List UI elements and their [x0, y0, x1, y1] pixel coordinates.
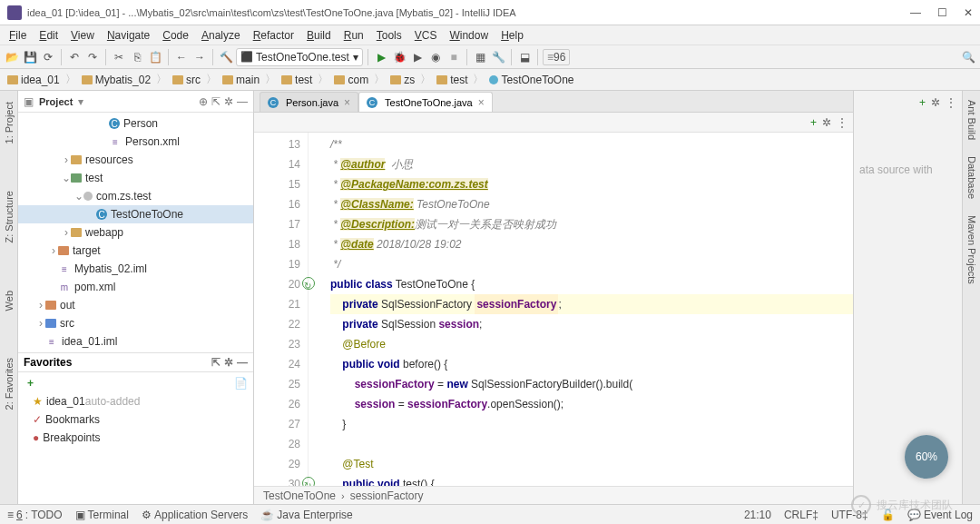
watermark: ✓搜云库技术团队	[851, 495, 953, 515]
menu-refactor[interactable]: Refactor	[248, 27, 299, 44]
ltab-2: Favorites[interactable]: 2: Favorites	[4, 352, 15, 415]
tree-out[interactable]: ›out	[18, 296, 253, 314]
tree-resources[interactable]: ›resources	[18, 151, 253, 169]
undo-icon[interactable]: ↶	[66, 49, 83, 65]
fav-idea_01[interactable]: ★idea_01 auto-added	[18, 392, 253, 410]
crumb-src[interactable]: src	[169, 74, 204, 86]
titlebar: idea_01 [D:\idea_01] - ...\Mybatis_02\sr…	[0, 0, 980, 25]
rpane-more-icon[interactable]: ⋮	[946, 96, 956, 109]
btab-Java Enterprise[interactable]: ☕Java Enterprise	[260, 509, 352, 521]
project-panel: ▣ Project ▾ ⊕ ⇱ ✲ — CPerson≡Person.xml›r…	[18, 91, 254, 504]
settings-icon[interactable]: 🔧	[490, 49, 506, 65]
fav-hide-icon[interactable]: —	[237, 356, 248, 369]
menu-navigate[interactable]: Navigate	[102, 27, 155, 44]
btab-Terminal[interactable]: ▣Terminal	[75, 509, 129, 521]
menu-file[interactable]: File	[4, 27, 32, 44]
project-tree[interactable]: CPerson≡Person.xml›resources⌄test⌄com.zs…	[18, 113, 253, 352]
crumb-Mybatis_02[interactable]: Mybatis_02	[78, 74, 154, 86]
fav-Bookmarks[interactable]: ✓Bookmarks	[18, 410, 253, 429]
forward-icon[interactable]: →	[191, 49, 208, 65]
tree-com.zs.test[interactable]: ⌄com.zs.test	[18, 187, 253, 205]
rtab-Ant Build[interactable]: Ant Build	[966, 96, 977, 143]
crumb-com[interactable]: com	[330, 74, 372, 86]
minimize-icon[interactable]: —	[910, 6, 921, 19]
datasource-hint: ata source with	[859, 163, 956, 176]
crumb-TestOneToOne[interactable]: TestOneToOne	[485, 74, 577, 86]
ltab-1: Project[interactable]: 1: Project	[4, 96, 15, 149]
rpane-add-icon[interactable]: +	[919, 96, 926, 109]
save-icon[interactable]: 💾	[22, 49, 38, 65]
rtab-Database[interactable]: Database	[966, 153, 977, 203]
ltab-Web[interactable]: Web	[4, 285, 15, 316]
paste-icon[interactable]: 📋	[147, 49, 163, 65]
tree-test[interactable]: ⌄test	[18, 169, 253, 187]
cut-icon[interactable]: ✂	[111, 49, 127, 65]
menu-run[interactable]: Run	[338, 27, 369, 44]
fav-Breakpoints[interactable]: ●Breakpoints	[18, 429, 253, 447]
menu-edit[interactable]: Edit	[34, 27, 64, 44]
editor-toolbar: + ✲ ⋮	[254, 113, 853, 133]
btab-Application Servers[interactable]: ⚙Application Servers	[142, 509, 248, 521]
run-icon[interactable]: ▶	[373, 49, 389, 65]
tab-Person.java[interactable]: CPerson.java×	[260, 92, 358, 112]
tree-target[interactable]: ›target	[18, 242, 253, 260]
tree-idea_01.iml[interactable]: ≡idea_01.iml	[18, 332, 253, 351]
fav-expand-icon[interactable]: ⇱	[211, 356, 220, 369]
crumb-main[interactable]: main	[219, 74, 263, 86]
crumb-test[interactable]: test	[433, 74, 471, 86]
crumb-zs[interactable]: zs	[387, 74, 418, 86]
line-sep[interactable]: CRLF‡	[784, 509, 818, 521]
menu-view[interactable]: View	[65, 27, 100, 44]
fav-gear-icon[interactable]: ✲	[224, 356, 233, 369]
back-icon[interactable]: ←	[173, 49, 190, 65]
tool-gear-icon[interactable]: ✲	[822, 116, 831, 129]
search-icon[interactable]: 🔍	[960, 49, 976, 65]
scroll-from-icon[interactable]: ⊕	[199, 95, 208, 108]
crumb-test[interactable]: test	[278, 74, 316, 86]
menu-build[interactable]: Build	[301, 27, 337, 44]
tab-TestOneToOne.java[interactable]: CTestOneToOne.java×	[358, 92, 493, 112]
tree-Person[interactable]: CPerson	[18, 114, 253, 133]
crumb-idea_01[interactable]: idea_01	[4, 74, 64, 86]
debug-icon[interactable]: 🐞	[391, 49, 407, 65]
collapse-icon[interactable]: ⇱	[211, 95, 220, 108]
menu-vcs[interactable]: VCS	[409, 27, 443, 44]
profile-icon[interactable]: ◉	[427, 49, 444, 65]
vcs-icon[interactable]: ⬓	[516, 49, 533, 65]
add-icon[interactable]: +	[810, 116, 817, 129]
window-controls[interactable]: — ☐ ✕	[910, 6, 973, 19]
rtab-Maven Projects[interactable]: Maven Projects	[966, 212, 977, 288]
build-icon[interactable]: 🔨	[218, 49, 234, 65]
sync-icon[interactable]: ⟳	[40, 49, 56, 65]
code-area[interactable]: /** * @author 小思 * @PackageName:com.zs.t…	[309, 133, 853, 486]
fav-add[interactable]: +📄	[18, 374, 253, 392]
menu-tools[interactable]: Tools	[371, 27, 407, 44]
copy-icon[interactable]: ⎘	[129, 49, 145, 65]
run-config-select[interactable]: ⬛ TestOneToOne.test ▾	[236, 48, 363, 66]
close-icon[interactable]: ✕	[964, 6, 973, 19]
tool-more-icon[interactable]: ⋮	[837, 116, 848, 129]
tree-Person.xml[interactable]: ≡Person.xml	[18, 133, 253, 151]
tree-pom.xml[interactable]: mpom.xml	[18, 278, 253, 296]
stop-icon[interactable]: ■	[446, 49, 462, 65]
menu-help[interactable]: Help	[495, 27, 529, 44]
menu-code[interactable]: Code	[157, 27, 194, 44]
coverage-icon[interactable]: ▶	[409, 49, 426, 65]
app-icon	[7, 5, 22, 20]
open-icon[interactable]: 📂	[4, 49, 20, 65]
menu-window[interactable]: Window	[444, 27, 494, 44]
maximize-icon[interactable]: ☐	[937, 6, 947, 19]
btab-TODO[interactable]: ≡6: TODO	[7, 509, 63, 521]
tree-Mybatis_02.iml[interactable]: ≡Mybatis_02.iml	[18, 260, 253, 278]
ltab-Z: Structure[interactable]: Z: Structure	[4, 185, 15, 248]
tree-src[interactable]: ›src	[18, 314, 253, 332]
gear-icon[interactable]: ✲	[224, 95, 233, 108]
hide-icon[interactable]: —	[237, 95, 248, 108]
menu-analyze[interactable]: Analyze	[196, 27, 246, 44]
tree-webapp[interactable]: ›webapp	[18, 223, 253, 242]
structure-icon[interactable]: ▦	[472, 49, 488, 65]
editor-breadcrumb[interactable]: TestOneToOne › sessionFactory	[254, 486, 853, 504]
tree-TestOneToOne[interactable]: CTestOneToOne	[18, 205, 253, 223]
redo-icon[interactable]: ↷	[84, 49, 101, 65]
rpane-gear-icon[interactable]: ✲	[931, 96, 940, 109]
